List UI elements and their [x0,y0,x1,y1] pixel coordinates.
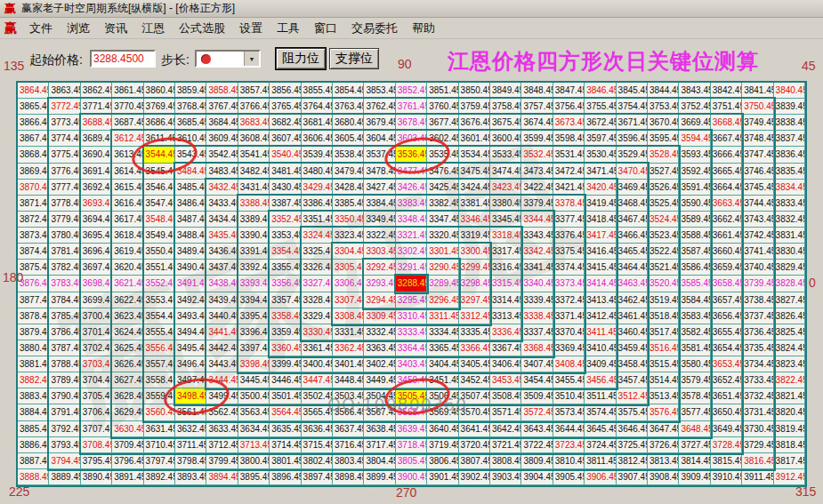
grid-cell: 3680.45 [333,115,364,131]
grid-cell: 3411.45 [585,324,616,340]
grid-cell: 3735.45 [742,340,773,356]
angle-label-225: 225 [9,484,29,499]
menu-item-9[interactable]: 帮助 [405,20,442,36]
grid-cell: 3514.45 [648,372,679,388]
grid-cell: 3748.45 [742,131,773,147]
menu-item-3[interactable]: 江恩 [134,20,172,36]
grid-cell: 3793.45 [49,437,80,453]
grid-cell: 3660.45 [711,244,742,260]
grid-cell: 3525.45 [648,196,679,212]
menu-item-2[interactable]: 资讯 [97,20,134,36]
start-price-input[interactable] [90,50,156,68]
resistance-button[interactable]: 阻力位 [276,48,326,69]
menu-item-5[interactable]: 设置 [232,20,270,36]
grid-cell: 3891.45 [112,469,143,485]
grid-cell: 3506.45 [427,388,458,404]
grid-cell: 3813.45 [648,453,679,469]
grid-cell: 3533.45 [490,147,521,163]
grid-cell: 3350.45 [333,212,364,228]
grid-cell: 3731.45 [742,404,773,420]
chevron-down-icon[interactable]: ▼ [244,52,259,66]
grid-cell: 3437.45 [206,260,238,276]
grid-cell: 3666.45 [711,147,742,163]
grid-cell: 3759.45 [459,99,490,115]
grid-cell: 3581.45 [679,340,710,356]
grid-cell: 3297.45 [459,292,490,308]
grid-cell: 3420.45 [585,180,616,196]
grid-cell: 3878.45 [18,308,49,324]
grid-cell: 3409.45 [585,356,616,372]
step-dropdown[interactable]: ▼ [195,50,261,68]
grid-cell: 3677.45 [427,115,458,131]
grid-cell: 3398.45 [238,356,270,372]
grid-cell: 3433.45 [206,196,238,212]
grid-cell: 3306.45 [333,276,364,292]
grid-cell: 3780.45 [49,228,80,244]
grid-cell: 3585.45 [679,276,710,292]
grid-cell: 3602.45 [427,131,458,147]
grid-cell: 3812.45 [617,453,648,469]
grid-cell: 3887.45 [18,453,49,469]
grid-cell: 3641.45 [459,421,490,437]
grid-cell: 3627.45 [112,372,143,388]
grid-cell: 3644.45 [553,421,585,437]
menu-item-0[interactable]: 文件 [22,20,60,36]
menu-item-8[interactable]: 交易委托 [344,20,405,36]
grid-cell: 3344.45 [521,212,553,228]
grid-cell: 3814.45 [679,453,710,469]
grid-cell: 3468.45 [617,196,648,212]
grid-cell: 3369.45 [553,340,585,356]
grid-cell: 3348.45 [396,212,427,228]
grid-cell: 3670.45 [648,115,679,131]
grid-cell: 3822.45 [774,372,805,388]
grid-cell: 3752.45 [679,99,710,115]
grid-cell: 3850.45 [459,83,490,99]
grid-cell: 3322.45 [364,228,395,244]
grid-cell: 3290.45 [427,260,458,276]
grid-cell: 3425.45 [427,180,458,196]
grid-cell: 3727.45 [679,437,710,453]
menu-item-4[interactable]: 公式选股 [172,20,232,36]
grid-cell: 3471.45 [585,164,616,180]
grid-cell: 3316.45 [490,260,521,276]
grid-cell: 3392.45 [238,260,270,276]
menu-item-7[interactable]: 窗口 [307,20,344,36]
grid-cell: 3861.45 [112,83,143,99]
grid-cell: 3690.45 [81,147,112,163]
grid-cell: 3685.45 [175,115,206,131]
grid-cell: 3894.45 [206,469,238,485]
grid-cell: 3389.45 [238,212,270,228]
grid-cell: 3412.45 [585,308,616,324]
grid-cell: 3629.45 [112,404,143,420]
grid-cell: 3555.45 [144,324,175,340]
grid-cell: 3788.45 [49,356,80,372]
support-button[interactable]: 支撑位 [329,48,379,69]
grid-cell: 3317.45 [490,244,521,260]
grid-cell: 3691.45 [81,164,112,180]
grid-cell: 3485.45 [175,180,206,196]
menu-item-6[interactable]: 工具 [270,20,307,36]
grid-cell: 3431.45 [238,180,270,196]
grid-cell: 3901.45 [427,469,458,485]
grid-cell: 3320.45 [427,228,458,244]
grid-cell: 3367.45 [490,340,521,356]
grid-cell: 3364.45 [396,340,427,356]
menu-item-1[interactable]: 浏览 [60,20,97,36]
grid-cell: 3578.45 [679,388,710,404]
grid-cell: 3338.45 [521,308,553,324]
grid-cell: 3417.45 [585,228,616,244]
grid-cell: 3912.45 [774,469,805,485]
grid-cell: 3801.45 [270,453,301,469]
grid-cell: 3534.45 [459,147,490,163]
grid-cell: 3871.45 [18,196,49,212]
grid-cell: 3671.45 [617,115,648,131]
grid-cell: 3333.45 [396,324,427,340]
grid-cell: 3673.45 [553,115,585,131]
grid-cell: 3314.45 [490,292,521,308]
grid-cell: 3756.45 [553,99,585,115]
grid-cell: 3715.45 [302,437,333,453]
grid-cell: 3456.45 [585,372,616,388]
grid-cell: 3747.45 [742,147,773,163]
grid-cell: 3810.45 [553,453,585,469]
grid-cell: 3872.45 [18,212,49,228]
